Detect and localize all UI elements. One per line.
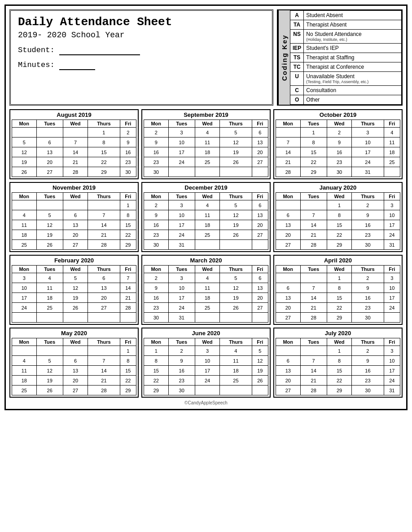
cal-day[interactable]: 29 [88, 167, 120, 177]
cal-day[interactable]: 18 [195, 220, 219, 230]
cal-day[interactable]: 9 [144, 210, 169, 220]
cal-day[interactable]: 31 [352, 167, 384, 177]
cal-day[interactable]: 30 [352, 313, 384, 323]
cal-day[interactable]: 9 [144, 137, 169, 147]
cal-day[interactable]: 12 [36, 366, 63, 376]
cal-day[interactable]: 3 [168, 200, 195, 210]
cal-day[interactable]: 18 [36, 293, 63, 303]
cal-day[interactable]: 16 [352, 293, 384, 303]
cal-day[interactable]: 24 [384, 303, 400, 313]
cal-day[interactable]: 1 [327, 273, 351, 283]
cal-day[interactable]: 8 [327, 356, 351, 366]
cal-day[interactable]: 26 [36, 240, 63, 250]
cal-day[interactable]: 23 [144, 303, 169, 313]
cal-day[interactable]: 15 [327, 220, 351, 230]
cal-day[interactable]: 30 [144, 167, 169, 177]
cal-day[interactable]: 26 [220, 157, 252, 167]
cal-day[interactable]: 12 [220, 283, 252, 293]
cal-day[interactable]: 5 [12, 137, 37, 147]
cal-day[interactable]: 27 [252, 303, 268, 313]
cal-day[interactable]: 21 [63, 157, 88, 167]
cal-day[interactable]: 25 [12, 386, 37, 395]
student-underline[interactable] [59, 46, 140, 55]
cal-day[interactable]: 23 [352, 376, 384, 386]
cal-day[interactable]: 14 [63, 147, 88, 157]
cal-day[interactable]: 19 [36, 376, 63, 386]
cal-day[interactable]: 30 [352, 240, 384, 250]
cal-day[interactable]: 1 [120, 200, 136, 210]
cal-day[interactable]: 19 [63, 293, 88, 303]
cal-day[interactable]: 10 [168, 210, 195, 220]
cal-day[interactable]: 31 [168, 313, 195, 323]
cal-day[interactable]: 27 [88, 303, 120, 313]
cal-day[interactable]: 5 [220, 273, 252, 283]
cal-day[interactable]: 31 [168, 240, 195, 250]
cal-day[interactable]: 16 [168, 366, 195, 376]
cal-day[interactable]: 22 [327, 376, 351, 386]
cal-day[interactable]: 28 [300, 386, 327, 395]
cal-day[interactable]: 5 [36, 356, 63, 366]
cal-day[interactable]: 4 [220, 346, 252, 356]
cal-day[interactable]: 27 [276, 313, 301, 323]
cal-day[interactable]: 3 [168, 273, 195, 283]
cal-day[interactable]: 3 [384, 200, 400, 210]
cal-day[interactable]: 14 [300, 293, 327, 303]
cal-day[interactable]: 26 [220, 230, 252, 240]
cal-day[interactable]: 10 [352, 137, 384, 147]
cal-day[interactable]: 18 [220, 366, 252, 376]
cal-day[interactable]: 2 [352, 200, 384, 210]
cal-day[interactable]: 17 [168, 293, 195, 303]
cal-day[interactable]: 29 [144, 386, 169, 395]
cal-day[interactable]: 22 [144, 376, 169, 386]
cal-day[interactable]: 29 [300, 167, 327, 177]
cal-day[interactable]: 28 [276, 167, 301, 177]
cal-day[interactable]: 25 [12, 240, 37, 250]
cal-day[interactable]: 12 [220, 137, 252, 147]
cal-day[interactable]: 24 [168, 157, 195, 167]
cal-day[interactable]: 29 [327, 240, 351, 250]
cal-day[interactable]: 21 [300, 303, 327, 313]
cal-day[interactable]: 26 [36, 386, 63, 395]
cal-day[interactable]: 24 [195, 376, 219, 386]
cal-day[interactable]: 13 [63, 366, 88, 376]
cal-day[interactable]: 10 [168, 283, 195, 293]
cal-day[interactable]: 15 [144, 366, 169, 376]
cal-day[interactable]: 8 [88, 137, 120, 147]
cal-day[interactable]: 28 [88, 386, 120, 395]
cal-day[interactable]: 21 [120, 293, 136, 303]
cal-day[interactable]: 10 [168, 137, 195, 147]
cal-day[interactable]: 13 [252, 283, 268, 293]
cal-day[interactable]: 23 [144, 157, 169, 167]
cal-day[interactable]: 26 [252, 376, 268, 386]
cal-day[interactable]: 30 [327, 167, 351, 177]
cal-day[interactable]: 2 [352, 346, 384, 356]
cal-day[interactable]: 29 [327, 313, 351, 323]
cal-day[interactable]: 27 [252, 157, 268, 167]
cal-day[interactable]: 6 [63, 356, 88, 366]
cal-day[interactable]: 20 [276, 230, 301, 240]
cal-day[interactable]: 18 [195, 147, 219, 157]
cal-day[interactable]: 1 [88, 128, 120, 137]
cal-day[interactable]: 24 [384, 376, 400, 386]
cal-day[interactable]: 5 [220, 128, 252, 137]
cal-day[interactable]: 24 [384, 230, 400, 240]
cal-day[interactable]: 16 [144, 220, 169, 230]
cal-day[interactable]: 12 [12, 147, 37, 157]
cal-day[interactable]: 17 [168, 147, 195, 157]
cal-day[interactable]: 23 [327, 157, 351, 167]
cal-day[interactable]: 7 [120, 273, 136, 283]
cal-day[interactable]: 1 [327, 200, 351, 210]
cal-day[interactable]: 20 [63, 230, 88, 240]
cal-day[interactable]: 11 [36, 283, 63, 293]
cal-day[interactable]: 23 [352, 303, 384, 313]
cal-day[interactable]: 2 [352, 273, 384, 283]
cal-day[interactable]: 5 [63, 273, 88, 283]
cal-day[interactable]: 6 [252, 273, 268, 283]
cal-day[interactable]: 25 [36, 303, 63, 313]
cal-day[interactable]: 7 [300, 356, 327, 366]
cal-day[interactable]: 13 [36, 147, 63, 157]
cal-day[interactable]: 11 [12, 220, 37, 230]
cal-day[interactable]: 28 [120, 303, 136, 313]
cal-day[interactable]: 29 [120, 240, 136, 250]
cal-day[interactable]: 2 [168, 346, 195, 356]
